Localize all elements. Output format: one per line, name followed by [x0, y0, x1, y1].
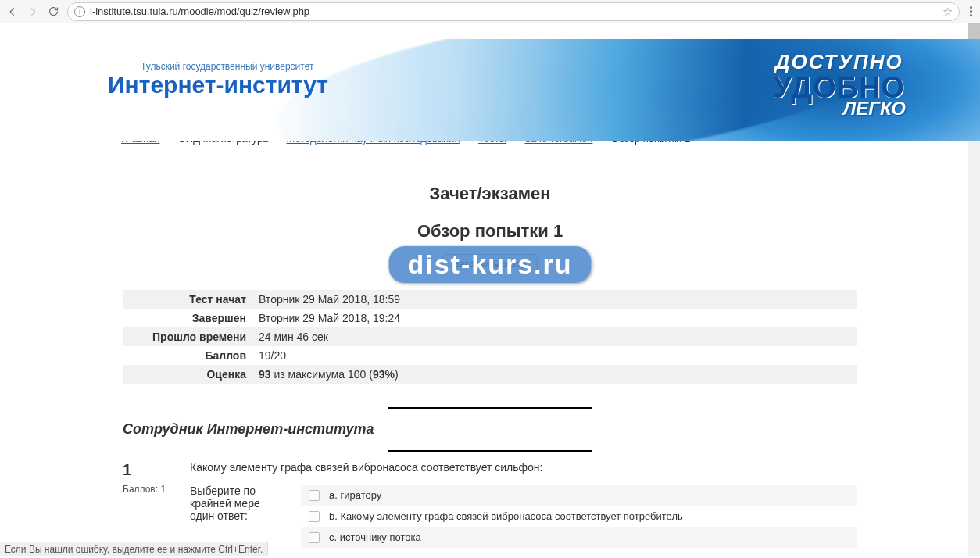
back-button[interactable] [5, 4, 20, 20]
question-instruction: Выберите по крайней мере один ответ: [190, 485, 284, 548]
question-option[interactable]: a. гиратору [301, 485, 857, 506]
reload-button[interactable] [45, 4, 61, 20]
forward-button[interactable] [25, 4, 41, 20]
summary-value: Вторник 29 Май 2018, 18:59 [256, 293, 857, 306]
attempt-summary: Тест начат Вторник 29 Май 2018, 18:59 За… [123, 290, 857, 384]
summary-label: Завершен [123, 312, 256, 324]
divider [388, 450, 592, 452]
checkbox[interactable] [309, 490, 320, 501]
question-options: a. гиратору b. Какому элементу графа свя… [301, 485, 857, 548]
slogan: ДОСТУПНО УДОБНО ЛЕГКО [773, 50, 906, 116]
summary-label: Тест начат [123, 293, 256, 306]
bookmark-star-icon[interactable]: ☆ [942, 5, 953, 19]
main-content: Зачет/экзамен Обзор попытки 1 Закончить … [123, 145, 857, 548]
checkbox[interactable] [309, 511, 320, 522]
finish-review-button[interactable]: Закончить обзор [442, 254, 538, 274]
page-subtitle: Обзор попытки 1 [123, 221, 857, 241]
url-text: i-institute.tsu.tula.ru/moodle/mod/quiz/… [90, 5, 938, 17]
divider [388, 407, 592, 409]
error-report-hint: Если Вы нашли ошибку, выделите ее и нажм… [0, 542, 268, 556]
browser-toolbar: i i-institute.tsu.tula.ru/moodle/mod/qui… [0, 0, 980, 23]
question-option[interactable]: b. Какому элементу графа связей вибронас… [301, 506, 857, 527]
summary-value: 24 мин 46 сек [256, 331, 857, 343]
summary-label: Прошло времени [123, 331, 256, 343]
site-logo[interactable]: Тульский государственный университет Инт… [108, 61, 328, 97]
option-label: a. гиратору [329, 489, 381, 501]
logo-title: Интернет-институт [108, 73, 328, 97]
address-bar[interactable]: i i-institute.tsu.tula.ru/moodle/mod/qui… [67, 2, 960, 21]
browser-menu-button[interactable] [966, 6, 975, 16]
summary-label-grade: Оценка [123, 368, 256, 381]
logo-subtitle: Тульский государственный университет [141, 61, 328, 72]
summary-value-grade: 93 из максимума 100 (93%) [256, 368, 857, 381]
checkbox[interactable] [309, 532, 320, 543]
site-banner: Тульский государственный университет Инт… [0, 39, 980, 141]
site-info-icon[interactable]: i [74, 6, 85, 17]
nav-buttons [5, 4, 61, 20]
question-block: 1 Баллов: 1 Какому элементу графа связей… [123, 461, 857, 548]
option-label: c. источнику потока [329, 531, 421, 543]
slogan-line-3: ЛЕГКО [843, 101, 906, 116]
question-points: Баллов: 1 [123, 484, 176, 495]
summary-value: Вторник 29 Май 2018, 19:24 [256, 312, 857, 324]
summary-value: 19/20 [256, 349, 857, 362]
option-label: b. Какому элементу графа связей вибронас… [329, 510, 683, 522]
slogan-line-2: УДОБНО [773, 74, 906, 101]
question-option[interactable]: c. источнику потока [301, 527, 857, 548]
question-number: 1 [123, 461, 176, 479]
user-identity: Сотрудник Интернет-института [123, 421, 857, 438]
question-text: Какому элементу графа связей вибронасоса… [190, 461, 857, 474]
page-viewport: Тульский государственный университет Инт… [0, 23, 980, 556]
summary-label: Баллов [123, 349, 256, 362]
page-title: Зачет/экзамен [123, 184, 857, 204]
